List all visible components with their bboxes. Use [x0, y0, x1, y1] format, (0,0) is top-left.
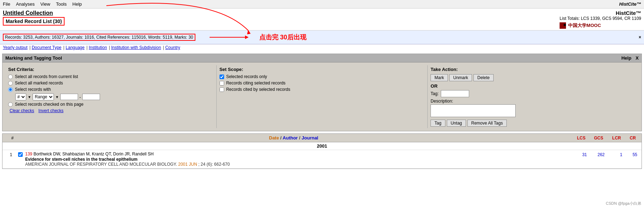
nav-language[interactable]: Language: [66, 45, 84, 50]
action-section: Take Action: Mark Unmark Delete OR Tag: …: [428, 65, 639, 128]
sort-author-link[interactable]: Author: [283, 135, 298, 141]
criteria-radio-2[interactable]: [8, 81, 13, 86]
col-gcs-header: GCS: [585, 136, 603, 141]
scope-option3-label: Records cited by selected records: [226, 87, 290, 92]
link-row: Clear checks Invert checks: [10, 108, 213, 113]
list-totals: List Totals: LCS 1339, GCS 9594, CR 1109: [560, 16, 641, 21]
unmark-button[interactable]: Unmark: [449, 74, 472, 81]
infobar: Records: 3253, Authors: 16327, Journals:…: [0, 31, 644, 44]
criteria-radio-1[interactable]: [8, 75, 13, 79]
tag-label: Tag:: [431, 91, 439, 96]
record-journal-year: 2001 JUN: [178, 162, 197, 167]
infobar-close[interactable]: ×: [639, 35, 641, 40]
or-text: OR: [431, 83, 636, 89]
nav-sep5: |: [163, 45, 165, 50]
sort-date-link[interactable]: Date: [269, 135, 279, 141]
slash2: /: [299, 135, 301, 141]
untag-button[interactable]: Untag: [447, 120, 466, 127]
menubar: File Analyses View Tools Help HistCite™: [0, 0, 644, 9]
col-lcs-header: LCS: [568, 136, 585, 141]
record-gcs[interactable]: 262: [587, 152, 605, 157]
scope-option3-row: Records cited by selected records: [220, 87, 425, 92]
scope-checkbox-1[interactable]: [220, 75, 224, 79]
scope-option2-label: Records citing selected records: [226, 81, 285, 86]
menu-analyses[interactable]: Analyses: [16, 1, 35, 7]
range-from-input[interactable]: [60, 94, 78, 100]
nav-country[interactable]: Country: [165, 45, 180, 50]
nav-institution-subdivision[interactable]: Institution with Subdivision: [111, 45, 161, 50]
svg-marker-1: [245, 35, 249, 39]
tag-button[interactable]: Tag: [431, 120, 445, 127]
tag-input[interactable]: [441, 90, 469, 97]
mark-button[interactable]: Mark: [431, 74, 448, 81]
record-id-link[interactable]: 139: [25, 152, 32, 156]
record-title: Evidence for stem-cell niches in the tra…: [25, 157, 569, 162]
col-num-header: #: [5, 136, 20, 141]
remove-all-tags-button[interactable]: Remove All Tags: [467, 120, 507, 127]
criteria-option3-label: Select records with: [15, 87, 51, 92]
record-lcs[interactable]: 31: [569, 152, 587, 157]
criteria-section: Set Criteria: Select all records from cu…: [5, 65, 217, 128]
close-icon[interactable]: X: [635, 55, 639, 61]
red-arrow-svg: [210, 32, 252, 43]
menu-view[interactable]: View: [40, 1, 50, 7]
delete-button[interactable]: Delete: [473, 74, 494, 81]
record-cr[interactable]: 55: [622, 152, 640, 157]
marking-tool-header: Marking and Tagging Tool Help X: [2, 54, 642, 62]
range-field-select[interactable]: #: [15, 93, 26, 100]
menu-file[interactable]: File: [3, 1, 10, 7]
action-buttons: Mark Unmark Delete: [431, 74, 636, 81]
header-left: Untitled Collection Marked Record List (…: [3, 10, 65, 26]
invert-checks-button[interactable]: Invert checks: [38, 108, 63, 113]
sort-journal-link[interactable]: Journal: [302, 135, 318, 141]
scope-option2-row: Records citing selected records: [220, 81, 425, 86]
nav-institution[interactable]: Institution: [89, 45, 107, 50]
marking-tool-body: Set Criteria: Select all records from cu…: [2, 62, 642, 131]
infobar-content: Records: 3253, Authors: 16327, Journals:…: [3, 34, 195, 41]
desc-textarea[interactable]: [431, 104, 516, 117]
criteria-option3-row: Select records with: [8, 87, 213, 92]
year-group-row: 2001: [2, 142, 642, 150]
menu-help[interactable]: Help: [72, 1, 82, 7]
record-checkbox[interactable]: [18, 152, 23, 157]
range-type-arrow-icon: ▼: [55, 95, 59, 99]
marking-tool: Marking and Tagging Tool Help X Set Crit…: [2, 54, 642, 131]
desc-label: Description:: [431, 99, 636, 104]
marking-tool-header-actions: Help X: [621, 55, 639, 61]
record-lcr[interactable]: 1: [605, 152, 622, 157]
marked-record-list-label: Marked Record List: [6, 18, 52, 24]
criteria-option4-label: Select records checked on this page: [15, 102, 83, 107]
record-journal-suffix: ; 24 (6): 662-670: [198, 162, 230, 167]
collection-title: Untitled Collection: [3, 10, 65, 16]
menu-tools[interactable]: Tools: [56, 1, 67, 7]
annotation-text: 点击完 30后出现: [259, 33, 306, 42]
record-main-content: 139 Borthwick DW, Shahbazian M, Krantz Q…: [25, 152, 569, 167]
record-checkbox-cell: [18, 152, 25, 158]
criteria-option2-row: Select all marked records: [8, 81, 213, 86]
annotation-area: 点击完 30后出现: [210, 32, 306, 43]
range-arrow-icon: ▼: [28, 95, 31, 99]
criteria-radio-4[interactable]: [8, 102, 13, 107]
nav-yearly-output[interactable]: Yearly output: [3, 45, 28, 50]
scope-section: Set Scope: Selected records only Records…: [217, 65, 428, 128]
range-to-input[interactable]: [82, 94, 100, 100]
scope-option1-row: Selected records only: [220, 74, 425, 79]
help-link[interactable]: Help: [621, 55, 631, 61]
criteria-option1-row: Select all records from current list: [8, 74, 213, 79]
record-number: 1: [4, 152, 18, 157]
criteria-option1-label: Select all records from current list: [15, 74, 78, 79]
col-cr-header: CR: [621, 136, 639, 141]
record-journal: AMERICAN JOURNAL OF RESPIRATORY CELL AND…: [25, 162, 569, 167]
scope-checkbox-2[interactable]: [220, 81, 224, 86]
record-authors: Borthwick DW, Shahbazian M, Krantz QT, D…: [33, 152, 154, 156]
clear-checks-button[interactable]: Clear checks: [10, 108, 34, 113]
nav-document-type[interactable]: Document Type: [32, 45, 61, 50]
range-type-select[interactable]: Range: [33, 93, 54, 100]
app-name: HistCite™: [619, 1, 641, 7]
record-journal-name: AMERICAN JOURNAL OF RESPIRATORY CELL AND…: [25, 162, 177, 167]
marking-tool-title: Marking and Tagging Tool: [5, 55, 62, 61]
scope-checkbox-3[interactable]: [220, 87, 224, 92]
criteria-radio-3[interactable]: [8, 87, 13, 92]
mooc-icon: ■: [560, 22, 566, 29]
marked-count: (30): [53, 18, 62, 24]
